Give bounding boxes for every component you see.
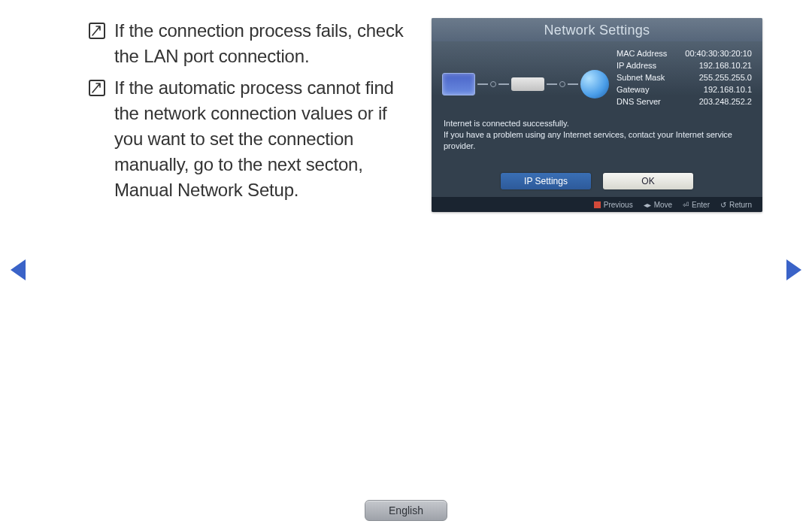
note-text: If the connection process fails, check t… — [114, 18, 409, 69]
previous-page-arrow[interactable] — [11, 259, 26, 280]
legend-label: Enter — [692, 201, 710, 209]
status-line: Internet is connected successfully. — [444, 118, 750, 129]
ok-button[interactable]: OK — [603, 173, 693, 189]
legend-return: ↺Return — [720, 201, 752, 209]
note-text: If the automatic process cannot find the… — [114, 75, 409, 203]
info-value: 192.168.10.21 — [699, 61, 752, 70]
network-info-table: MAC Address00:40:30:30:20:10 IP Address1… — [617, 47, 752, 111]
link-line — [547, 83, 557, 85]
screenshot-title: Network Settings — [432, 18, 762, 41]
note-item: If the automatic process cannot find the… — [89, 75, 409, 203]
info-label: Gateway — [617, 85, 649, 94]
info-value: 203.248.252.2 — [699, 97, 752, 106]
info-label: Subnet Mask — [617, 73, 665, 82]
legend-move: ◂▸Move — [644, 201, 672, 209]
status-text: Internet is connected successfully. If y… — [432, 111, 762, 152]
arrows-icon: ◂▸ — [644, 201, 651, 209]
next-page-arrow[interactable] — [786, 259, 801, 280]
legend-enter: ⏎Enter — [683, 201, 710, 209]
link-ring — [490, 81, 496, 87]
note-icon — [89, 23, 105, 39]
link-line — [498, 83, 509, 85]
info-value: 255.255.255.0 — [699, 73, 752, 82]
status-line: If you have a problem using any Internet… — [444, 129, 750, 152]
note-icon — [89, 80, 105, 96]
tv-icon — [442, 73, 475, 95]
network-settings-screenshot: Network Settings MAC Address00:40:30:30:… — [432, 18, 762, 212]
table-row: DNS Server203.248.252.2 — [617, 95, 752, 108]
link-line — [477, 83, 488, 85]
info-value: 00:40:30:30:20:10 — [685, 49, 752, 58]
info-label: DNS Server — [617, 97, 661, 106]
legend-label: Previous — [604, 201, 633, 209]
info-label: IP Address — [617, 61, 656, 70]
return-icon: ↺ — [720, 201, 726, 209]
ip-settings-button[interactable]: IP Settings — [501, 173, 591, 189]
screenshot-button-row: IP Settings OK — [432, 173, 762, 189]
red-marker-icon — [594, 201, 601, 208]
table-row: IP Address192.168.10.21 — [617, 59, 752, 71]
enter-icon: ⏎ — [683, 201, 689, 209]
language-button[interactable]: English — [365, 500, 447, 521]
link-ring — [559, 81, 565, 87]
notes-column: If the connection process fails, check t… — [89, 18, 409, 212]
legend-bar: Previous ◂▸Move ⏎Enter ↺Return — [432, 197, 762, 212]
table-row: MAC Address00:40:30:30:20:10 — [617, 47, 752, 59]
table-row: Gateway192.168.10.1 — [617, 83, 752, 95]
legend-label: Return — [729, 201, 752, 209]
table-row: Subnet Mask255.255.255.0 — [617, 71, 752, 83]
link-line — [568, 83, 578, 85]
info-value: 192.168.10.1 — [704, 85, 752, 94]
legend-previous: Previous — [594, 201, 633, 209]
info-label: MAC Address — [617, 49, 667, 58]
legend-label: Move — [654, 201, 672, 209]
globe-icon — [580, 70, 609, 98]
note-item: If the connection process fails, check t… — [89, 18, 409, 69]
router-icon — [511, 77, 544, 91]
connection-diagram — [442, 58, 609, 111]
